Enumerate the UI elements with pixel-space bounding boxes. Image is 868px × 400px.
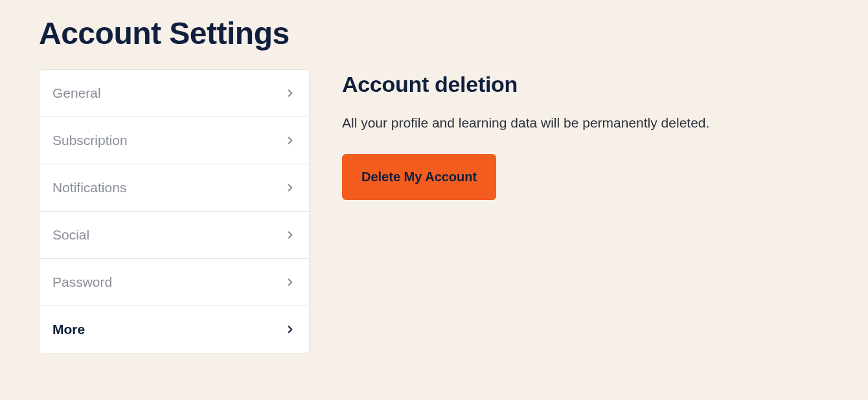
chevron-right-icon [284, 135, 296, 146]
sidebar-item-notifications[interactable]: Notifications [40, 164, 309, 212]
page-title: Account Settings [39, 16, 829, 51]
delete-account-button[interactable]: Delete My Account [342, 154, 496, 200]
sidebar-item-label: Notifications [52, 180, 126, 195]
sidebar-item-more[interactable]: More [40, 306, 309, 353]
layout: General Subscription Notifications Socia… [39, 69, 829, 353]
sidebar-item-label: More [52, 322, 85, 337]
chevron-right-icon [284, 324, 296, 335]
sidebar-item-label: Social [52, 227, 89, 243]
sidebar-item-label: General [52, 85, 101, 101]
sidebar-item-label: Subscription [52, 133, 128, 148]
settings-sidebar: General Subscription Notifications Socia… [39, 69, 310, 353]
section-description: All your profile and learning data will … [342, 113, 829, 133]
section-title: Account deletion [342, 72, 829, 97]
sidebar-item-password[interactable]: Password [40, 259, 309, 306]
chevron-right-icon [284, 276, 296, 288]
sidebar-item-general[interactable]: General [40, 70, 309, 117]
sidebar-item-label: Password [52, 274, 112, 290]
chevron-right-icon [284, 182, 296, 194]
sidebar-item-subscription[interactable]: Subscription [40, 117, 309, 164]
main-content: Account deletion All your profile and le… [342, 69, 829, 353]
chevron-right-icon [284, 87, 296, 99]
sidebar-item-social[interactable]: Social [40, 212, 309, 259]
chevron-right-icon [284, 229, 296, 241]
